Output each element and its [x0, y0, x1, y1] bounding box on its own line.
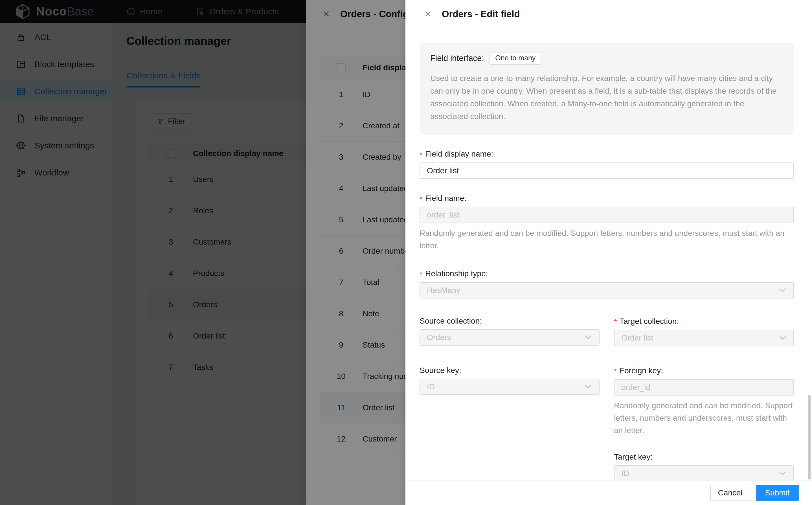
foreign-key-help: Randomly generated and can be modified. …	[614, 399, 794, 437]
foreign-key-input	[614, 379, 794, 395]
drawer-body: Field interface: One to many Used to cre…	[405, 28, 812, 481]
relationship-type-select: HasMany	[420, 282, 794, 299]
target-key-label: Target key:	[614, 453, 794, 462]
field-interface-info: Field interface: One to many Used to cre…	[420, 43, 794, 135]
chevron-down-icon	[585, 382, 592, 389]
required-mark: *	[614, 317, 617, 326]
chevron-down-icon	[585, 333, 592, 339]
drawer-footer: Cancel Submit	[405, 481, 812, 505]
required-mark: *	[420, 193, 423, 203]
scrollbar-thumb[interactable]	[808, 395, 811, 480]
required-mark: *	[420, 149, 423, 159]
field-interface-label: Field interface:	[430, 53, 484, 63]
field-name-help: Randomly generated and can be modified. …	[420, 227, 794, 252]
source-key-label: Source key:	[420, 366, 600, 375]
field-interface-description: Used to create a one-to-many relationshi…	[430, 72, 783, 123]
relationship-type-label: * Relationship type:	[420, 269, 794, 279]
source-collection-label: Source collection:	[420, 317, 600, 326]
chevron-down-icon	[780, 469, 786, 475]
target-collection-select: Order list	[614, 330, 794, 346]
field-interface-tag: One to many	[490, 52, 541, 64]
chevron-down-icon	[780, 333, 786, 340]
drawer-header: ✕ Orders - Edit field	[405, 0, 812, 28]
required-mark: *	[614, 366, 617, 375]
submit-button[interactable]: Submit	[756, 485, 799, 501]
source-collection-select: Orders	[420, 329, 600, 346]
cancel-button[interactable]: Cancel	[710, 485, 750, 501]
foreign-key-label: * Foreign key:	[614, 366, 794, 375]
target-collection-label: * Target collection:	[614, 317, 794, 326]
required-mark: *	[420, 269, 423, 279]
field-display-name-label: * Field display name:	[420, 149, 794, 159]
field-name-label: * Field name:	[420, 193, 794, 203]
chevron-down-icon	[780, 286, 786, 292]
field-display-name-input[interactable]	[420, 163, 794, 179]
source-key-select: ID	[420, 379, 600, 395]
edit-field-drawer: ✕ Orders - Edit field Field interface: O…	[405, 0, 812, 505]
close-icon[interactable]: ✕	[424, 10, 432, 19]
drawer-title: Orders - Edit field	[442, 9, 520, 19]
field-name-input	[420, 207, 794, 223]
target-key-select: ID	[614, 465, 794, 481]
